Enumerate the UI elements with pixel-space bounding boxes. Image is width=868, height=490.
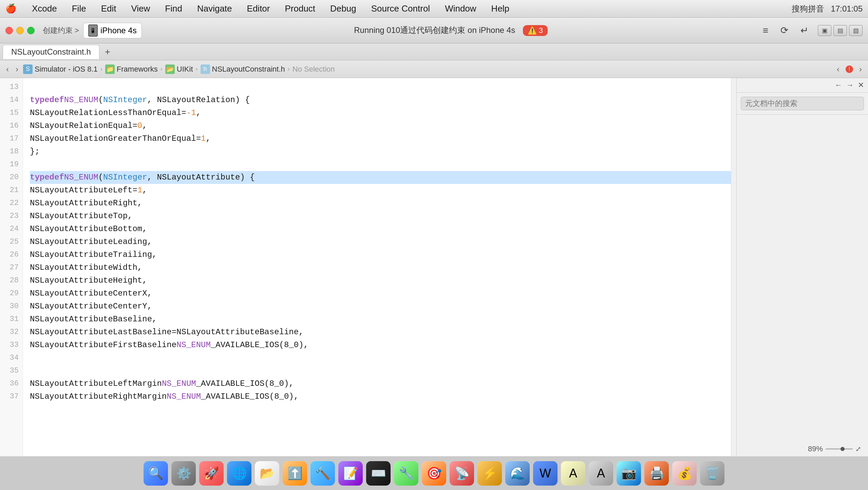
close-button[interactable] — [5, 27, 13, 34]
menu-item-find[interactable]: Find — [163, 2, 184, 15]
dock-safari[interactable]: 🌐 — [227, 461, 251, 486]
menu-item-product[interactable]: Product — [283, 2, 317, 15]
menu-item-xcode[interactable]: Xcode — [30, 2, 59, 15]
code-line[interactable]: NSLayoutRelationGreaterThanOrEqual = 1, — [30, 132, 731, 145]
dock-app6[interactable]: 🖨️ — [644, 461, 669, 486]
code-line[interactable]: NSLayoutAttributeFirstBaseline NS_ENUM_A… — [30, 339, 731, 352]
add-tab-button[interactable]: + — [102, 46, 113, 57]
code-line[interactable]: NSLayoutAttributeLastBaseline = NSLayout… — [30, 326, 731, 339]
dock-launchpad[interactable]: 🚀 — [199, 461, 224, 486]
code-line[interactable]: NSLayoutAttributeTop, — [30, 210, 731, 223]
code-line[interactable]: NSLayoutAttributeRight, — [30, 197, 731, 210]
toolbar-actions: ≡ ⟳ ↵ ▣ ▤ ▧ — [760, 23, 863, 37]
dock-trash[interactable]: 🗑️ — [700, 461, 724, 486]
code-line[interactable]: NSLayoutAttributeLeftMargin NS_ENUM_AVAI… — [30, 377, 731, 390]
maximize-button[interactable] — [27, 27, 35, 34]
nav-item-frameworks[interactable]: 📁 Frameworks — [105, 64, 158, 74]
active-file-tab[interactable]: NSLayoutConstraint.h — [3, 45, 99, 59]
line-number: 25 — [0, 235, 19, 248]
code-line[interactable]: }; — [30, 145, 731, 158]
nav-item-file[interactable]: h NSLayoutConstraint.h — [201, 64, 285, 74]
code-line[interactable]: NSLayoutAttributeLeading, — [30, 235, 731, 248]
dock-filezilla[interactable]: 📡 — [450, 461, 474, 486]
line-number: 22 — [0, 197, 19, 210]
nav-back[interactable]: ‹ — [4, 64, 11, 75]
layout-bottom[interactable]: ▤ — [833, 25, 847, 36]
refresh-button[interactable]: ⟳ — [778, 23, 791, 37]
dock-app2[interactable]: 🎯 — [422, 461, 446, 486]
dock-xcode[interactable]: 🔨 — [310, 461, 335, 486]
code-editor[interactable]: 1314151617181920212223242526272829303132… — [0, 78, 736, 456]
menu-item-navigate[interactable]: Navigate — [195, 2, 234, 15]
code-line[interactable]: NSLayoutRelationLessThanOrEqual = -1, — [30, 107, 731, 119]
nav-item-uikit[interactable]: 📂 UIKit — [165, 64, 193, 74]
zoom-slider[interactable] — [826, 448, 853, 450]
dock-app7[interactable]: 💰 — [672, 461, 697, 486]
nav-forward[interactable]: › — [14, 64, 20, 75]
menu-item-edit[interactable]: Edit — [99, 2, 118, 15]
dock-app4[interactable]: 🌊 — [505, 461, 530, 486]
layout-right[interactable]: ▧ — [849, 25, 863, 36]
nav-item-simulator[interactable]: S Simulator - iOS 8.1 — [23, 64, 98, 74]
dock-app5[interactable]: A — [589, 461, 613, 486]
code-line[interactable]: NSLayoutAttributeRightMargin NS_ENUM_AVA… — [30, 390, 731, 403]
minimize-button[interactable] — [16, 27, 24, 34]
code-line[interactable]: NSLayoutAttributeCenterX, — [30, 287, 731, 300]
dock-finder2[interactable]: 📂 — [255, 461, 279, 486]
dock-app1[interactable]: 🔧 — [394, 461, 418, 486]
dock-screen-capture[interactable]: 📷 — [617, 461, 641, 486]
code-line[interactable]: NSLayoutAttributeCenterY, — [30, 300, 731, 313]
menu-item-window[interactable]: Window — [443, 2, 478, 15]
menu-item-editor[interactable]: Editor — [245, 2, 272, 15]
dock-onenote[interactable]: 📝 — [338, 461, 363, 486]
doc-search-input[interactable] — [741, 97, 864, 110]
code-line[interactable]: typedef NS_ENUM(NSInteger, NSLayoutAttri… — [30, 171, 731, 184]
panel-close[interactable]: ✕ — [858, 81, 864, 90]
line-number: 32 — [0, 326, 19, 339]
code-line[interactable] — [30, 158, 731, 171]
vertical-scrollbar[interactable] — [731, 78, 736, 456]
line-number: 15 — [0, 107, 19, 119]
code-line[interactable]: NSLayoutAttributeBottom, — [30, 223, 731, 235]
jump-button[interactable]: ↵ — [798, 23, 811, 37]
error-badge[interactable]: ⚠️ 3 — [523, 25, 548, 36]
code-line[interactable]: NSLayoutAttributeWidth, — [30, 261, 731, 274]
zoom-expand-icon[interactable]: ⤢ — [855, 445, 861, 453]
dock-word[interactable]: W — [533, 461, 558, 486]
dock-download[interactable]: ⬆️ — [283, 461, 307, 486]
menu-item-view[interactable]: View — [129, 2, 152, 15]
nav-next-issue[interactable]: › — [857, 64, 864, 75]
menu-item-source-control[interactable]: Source Control — [369, 2, 432, 15]
menu-item-file[interactable]: File — [70, 2, 88, 15]
layout-left[interactable]: ▣ — [818, 25, 831, 36]
menu-item-debug[interactable]: Debug — [328, 2, 358, 15]
apple-menu-icon[interactable]: 🍎 — [5, 3, 16, 14]
nav-uikit-label: UIKit — [177, 65, 193, 74]
main-content: 1314151617181920212223242526272829303132… — [0, 78, 868, 456]
code-content[interactable]: typedef NS_ENUM(NSInteger, NSLayoutRelat… — [23, 78, 731, 456]
code-line[interactable]: typedef NS_ENUM(NSInteger, NSLayoutRelat… — [30, 94, 731, 107]
breadcrumb-start[interactable]: 创建约束 > — [43, 25, 79, 36]
code-line[interactable]: NSLayoutAttributeTrailing, — [30, 248, 731, 261]
dock-preferences[interactable]: ⚙️ — [171, 461, 196, 486]
nav-prev-issue[interactable]: ‹ — [835, 64, 842, 75]
menu-item-help[interactable]: Help — [489, 2, 511, 15]
code-line[interactable] — [30, 81, 731, 94]
device-selector[interactable]: 📱 iPhone 4s — [83, 23, 142, 38]
dock-terminal[interactable]: ⌨️ — [366, 461, 391, 486]
dock-font-book[interactable]: A — [561, 461, 585, 486]
menubar-ime: 搜狗拼音 — [792, 3, 824, 14]
code-line[interactable]: NSLayoutAttributeLeft = 1, — [30, 184, 731, 197]
code-line[interactable]: NSLayoutAttributeBaseline, — [30, 313, 731, 326]
dock-app3[interactable]: ⚡ — [477, 461, 502, 486]
navigator-toggle[interactable]: ≡ — [760, 24, 771, 37]
code-line[interactable]: NSLayoutRelationEqual = 0, — [30, 119, 731, 132]
code-line[interactable] — [30, 364, 731, 377]
line-number: 16 — [0, 119, 19, 132]
dock-finder[interactable]: 🔍 — [144, 461, 168, 486]
panel-back[interactable]: ← — [835, 81, 842, 90]
code-line[interactable]: NSLayoutAttributeHeight, — [30, 274, 731, 287]
panel-forward[interactable]: → — [846, 81, 854, 90]
right-search[interactable] — [737, 93, 868, 115]
code-line[interactable] — [30, 352, 731, 364]
